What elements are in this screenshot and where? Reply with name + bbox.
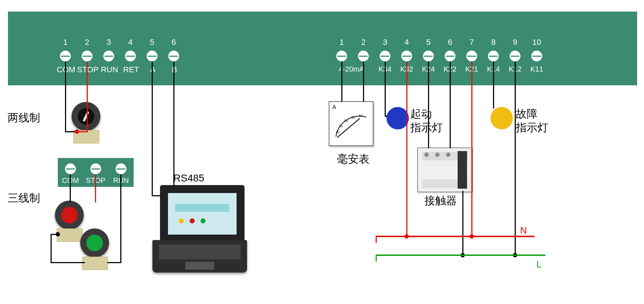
right-term-screw-8 bbox=[488, 51, 499, 61]
right-term-screw-1 bbox=[336, 51, 347, 61]
left-term-screw-6 bbox=[168, 51, 179, 61]
wire-tw-stop-v bbox=[95, 174, 96, 202]
left-term-num-4: 4 bbox=[120, 38, 141, 47]
tw-screw-3 bbox=[116, 163, 126, 174]
wire-k32-v bbox=[406, 61, 407, 236]
l-bus-label: L bbox=[536, 259, 541, 270]
n-bus bbox=[376, 236, 535, 237]
fault-lamp-label: 故障 指示灯 bbox=[516, 107, 548, 134]
left-term-screw-2 bbox=[82, 51, 92, 61]
right-term-screw-7 bbox=[466, 51, 477, 61]
right-term-lbl-10: K11 bbox=[526, 65, 548, 73]
wire-a-h bbox=[152, 195, 161, 196]
l-bus bbox=[376, 254, 545, 256]
wire-tw-loop-v bbox=[51, 234, 52, 263]
milliammeter: A 10 20 30 40 50 bbox=[329, 101, 373, 146]
tw-screw-2 bbox=[90, 163, 101, 174]
wire-k21-v bbox=[471, 61, 472, 236]
node-tw bbox=[56, 232, 60, 236]
right-term-screw-9 bbox=[510, 51, 520, 61]
right-term-num-8: 8 bbox=[483, 38, 504, 47]
wire-k12-v bbox=[515, 61, 516, 255]
right-term-screw-6 bbox=[445, 51, 455, 61]
wire-tw-run-v bbox=[120, 174, 121, 263]
wire-tw-loop-h bbox=[51, 262, 85, 263]
wire-k22-v2 bbox=[462, 191, 463, 255]
wire-k14-v bbox=[493, 61, 494, 108]
wire-k24-v bbox=[428, 61, 429, 148]
right-term-num-7: 7 bbox=[461, 38, 483, 47]
wiring-diagram: 1 2 3 4 5 6 COM STOP RUN RET A B 1 2 3 4… bbox=[0, 0, 644, 304]
milliammeter-label: 毫安表 bbox=[337, 152, 369, 167]
right-term-lbl-1: 4-20mA bbox=[339, 65, 375, 73]
laptop-screen bbox=[160, 185, 245, 243]
three-wire-run-base bbox=[82, 257, 108, 270]
left-term-lbl-6: B bbox=[160, 65, 189, 74]
two-wire-switch bbox=[72, 102, 100, 131]
wire-k22-v1 bbox=[450, 61, 451, 148]
svg-text:50: 50 bbox=[359, 114, 363, 117]
three-wire-run-button bbox=[80, 228, 109, 257]
svg-text:20: 20 bbox=[339, 124, 343, 128]
left-term-num-5: 5 bbox=[141, 38, 163, 47]
left-term-screw-3 bbox=[103, 51, 114, 61]
wire-ma2 bbox=[363, 61, 364, 102]
n-bus-tail bbox=[376, 236, 377, 243]
three-wire-label: 三线制 bbox=[8, 191, 40, 206]
left-term-screw-1 bbox=[60, 51, 71, 61]
left-term-screw-4 bbox=[125, 51, 136, 61]
right-term-screw-10 bbox=[531, 51, 542, 61]
wire-tw-run-h bbox=[107, 262, 121, 263]
n-bus-label: N bbox=[520, 225, 527, 236]
three-wire-stop-button bbox=[55, 201, 84, 230]
wire-two-com-v bbox=[65, 61, 66, 132]
two-wire-label: 两线制 bbox=[8, 111, 40, 125]
right-term-screw-4 bbox=[401, 51, 412, 61]
rs485-label: RS485 bbox=[173, 172, 204, 184]
svg-text:30: 30 bbox=[344, 119, 348, 123]
wire-a-v bbox=[152, 61, 153, 195]
left-term-num-6: 6 bbox=[163, 38, 185, 47]
wire-two-com-h bbox=[65, 131, 76, 132]
left-term-num-3: 3 bbox=[98, 38, 120, 47]
left-term-num-1: 1 bbox=[55, 38, 76, 47]
node-two-wire bbox=[75, 129, 79, 134]
right-term-num-1: 1 bbox=[331, 38, 353, 47]
wire-k34-v bbox=[385, 61, 386, 116]
contactor-label: 接触器 bbox=[424, 193, 457, 208]
laptop-keyboard bbox=[152, 240, 247, 273]
right-term-num-9: 9 bbox=[504, 38, 526, 47]
right-term-num-5: 5 bbox=[418, 38, 439, 47]
l-bus-tail bbox=[376, 254, 377, 262]
right-term-num-3: 3 bbox=[374, 38, 396, 47]
right-term-num-10: 10 bbox=[526, 38, 548, 47]
left-term-screw-5 bbox=[147, 51, 157, 61]
svg-text:10: 10 bbox=[336, 130, 340, 134]
wire-k34-h bbox=[385, 116, 388, 117]
right-term-num-4: 4 bbox=[396, 38, 418, 47]
wire-tw-com-v bbox=[70, 174, 71, 202]
wire-b-v bbox=[173, 61, 174, 186]
right-term-screw-2 bbox=[358, 51, 369, 61]
contactor bbox=[417, 147, 473, 192]
tw-screw-1 bbox=[65, 163, 76, 174]
left-term-num-2: 2 bbox=[76, 38, 98, 47]
start-lamp-label: 起动 指示灯 bbox=[410, 107, 443, 134]
right-term-screw-3 bbox=[380, 51, 390, 61]
wire-two-stop-v bbox=[87, 61, 88, 132]
right-term-num-2: 2 bbox=[353, 38, 374, 47]
wire-ma1 bbox=[341, 61, 342, 102]
svg-line-0 bbox=[337, 119, 360, 138]
right-term-num-6: 6 bbox=[439, 38, 461, 47]
right-term-screw-5 bbox=[423, 51, 434, 61]
fault-lamp bbox=[490, 107, 513, 129]
svg-text:40: 40 bbox=[351, 115, 355, 119]
three-wire-stop-base bbox=[57, 228, 83, 242]
start-lamp bbox=[386, 107, 409, 129]
